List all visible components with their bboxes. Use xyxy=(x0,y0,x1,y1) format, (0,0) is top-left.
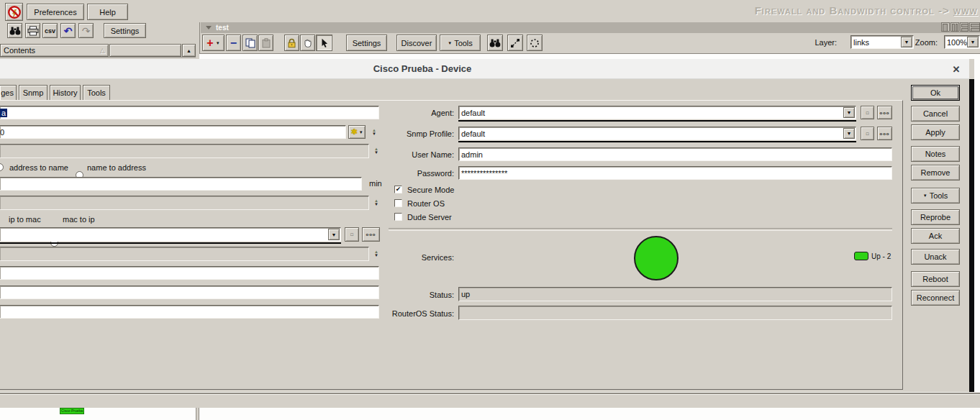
mac-browse-button[interactable]: ooo xyxy=(362,227,380,242)
dns-interval-input[interactable] xyxy=(0,177,362,191)
tab-tools[interactable]: Tools xyxy=(83,85,110,100)
undo-button[interactable]: ↶ xyxy=(60,23,76,38)
dialog-right-shadow xyxy=(969,79,974,392)
text-input-1[interactable] xyxy=(0,266,379,280)
tab-snmp[interactable]: Snmp xyxy=(19,85,47,100)
reconnect-button[interactable]: Reconnect xyxy=(911,290,960,306)
copy-icon xyxy=(245,38,255,48)
app-title-text: Firewall and Bandwidth control -> xyxy=(755,4,953,17)
snmp-pick-button[interactable]: □ xyxy=(861,127,874,140)
ack-button[interactable]: Ack xyxy=(911,228,960,244)
user-name-input[interactable]: admin xyxy=(458,147,892,161)
select-tool-button[interactable] xyxy=(316,35,332,51)
agent-label: Agent: xyxy=(346,109,454,117)
settings-button[interactable]: Settings xyxy=(104,23,146,38)
layout-horizontal-split-icon[interactable] xyxy=(960,22,968,32)
layout-vertical-split-icon[interactable] xyxy=(950,22,959,32)
contents-panel-bottom xyxy=(0,408,196,420)
help-button[interactable]: Help xyxy=(87,4,128,20)
notes-button[interactable]: Notes xyxy=(911,146,960,162)
mac-combo[interactable]: ▼ xyxy=(0,227,341,242)
zoom-select[interactable]: 100% ▼ xyxy=(944,35,980,49)
contents-column-header[interactable]: Contents △ xyxy=(0,44,109,57)
snmp-profile-combo[interactable]: default ▼ xyxy=(458,127,856,140)
routeros-status-label: RouterOS Status: xyxy=(346,309,454,318)
user-name-value: admin xyxy=(461,150,483,159)
redo-button[interactable]: ↷ xyxy=(78,23,94,38)
mac-pick-button[interactable]: □ xyxy=(345,227,359,242)
router-os-checkbox[interactable]: ✔ xyxy=(394,199,402,207)
snmp-dropdown-icon[interactable]: ▼ xyxy=(843,128,855,139)
discover-button[interactable]: Discover xyxy=(396,35,437,51)
dude-server-label[interactable]: Dude Server xyxy=(407,213,452,222)
map-settings-button[interactable]: Settings xyxy=(346,35,387,51)
pan-button[interactable] xyxy=(300,35,315,51)
readonly-field-2 xyxy=(0,196,369,210)
layout-horizontal-split2-icon[interactable] xyxy=(969,22,980,32)
agent-combo[interactable]: default ▼ xyxy=(458,106,856,119)
remove-element-button[interactable]: − xyxy=(226,35,241,51)
map-node-label[interactable]: Cisco Prueba xyxy=(60,408,84,414)
selected-text: a xyxy=(0,109,7,117)
print-button[interactable] xyxy=(25,23,40,38)
radio-address-to-name-label[interactable]: address to name xyxy=(9,163,68,172)
apply-label: Apply xyxy=(925,128,945,137)
password-input[interactable]: *************** xyxy=(458,166,892,180)
spinner-2[interactable]: ▲▼ xyxy=(371,196,382,210)
find-button[interactable] xyxy=(7,23,22,38)
dialog-close-button[interactable]: ✕ xyxy=(950,63,963,76)
empty-column-header[interactable] xyxy=(109,44,181,57)
layout-single-pane-icon[interactable] xyxy=(941,22,950,32)
export-csv-button[interactable]: csv xyxy=(42,23,58,38)
cancel-button[interactable]: Cancel xyxy=(911,106,960,122)
zoom-dropdown-icon[interactable]: ▼ xyxy=(967,37,979,47)
secure-mode-label[interactable]: Secure Mode xyxy=(407,186,454,194)
device-name-input[interactable]: a xyxy=(0,106,379,119)
map-tab-caret-icon[interactable] xyxy=(206,26,212,29)
text-input-2[interactable] xyxy=(0,286,379,299)
panel-divider[interactable] xyxy=(199,22,200,54)
ok-button[interactable]: Ok xyxy=(911,85,960,101)
lock-icon xyxy=(287,38,296,48)
binoculars-icon xyxy=(9,27,21,35)
copy-button[interactable] xyxy=(242,35,258,51)
preferences-button[interactable]: Preferences xyxy=(27,4,84,20)
map-tools-button[interactable]: ▼ Tools xyxy=(440,35,481,51)
agent-pick-button[interactable]: □ xyxy=(861,106,874,119)
remove-button[interactable]: Remove xyxy=(911,165,960,181)
radio-mac-to-ip-label[interactable]: mac to ip xyxy=(63,215,95,224)
boxes-icon: ooo xyxy=(366,232,376,237)
scroll-up-button[interactable]: ▲ xyxy=(182,44,196,57)
mac-combo-dropdown-icon[interactable]: ▼ xyxy=(328,229,340,240)
agent-dropdown-icon[interactable]: ▼ xyxy=(843,107,855,118)
reprobe-button[interactable]: Reprobe xyxy=(911,209,960,225)
text-input-3[interactable] xyxy=(0,305,379,319)
unack-label: Unack xyxy=(924,252,946,261)
agent-browse-button[interactable]: ooo xyxy=(877,106,892,119)
radio-ip-to-mac-label[interactable]: ip to mac xyxy=(9,215,41,224)
tools-button[interactable]: ▼ Tools xyxy=(911,188,960,204)
router-os-label[interactable]: Router OS xyxy=(407,199,445,208)
dude-server-checkbox[interactable]: ✔ xyxy=(394,213,402,221)
radio-name-to-address-label[interactable]: name to address xyxy=(87,163,146,172)
link-tool-button[interactable] xyxy=(507,35,523,51)
secure-mode-checkbox[interactable]: ✔ xyxy=(394,186,402,193)
tab-outages[interactable]: ges xyxy=(0,85,17,100)
services-pie-chart[interactable] xyxy=(634,236,679,280)
unack-button[interactable]: Unack xyxy=(911,249,960,265)
map-tab-strip[interactable]: test xyxy=(201,22,980,33)
add-element-button[interactable]: + ▼ xyxy=(202,35,224,51)
binoculars-icon xyxy=(489,39,501,47)
disconnect-button[interactable] xyxy=(5,3,23,21)
paste-button[interactable] xyxy=(258,35,273,51)
address-input[interactable]: 0 xyxy=(0,125,346,139)
apply-button[interactable]: Apply xyxy=(911,124,960,140)
reboot-label: Reboot xyxy=(922,275,948,283)
selection-ring-button[interactable] xyxy=(527,35,543,51)
map-tab-label[interactable]: test xyxy=(216,24,229,32)
lock-button[interactable] xyxy=(284,35,299,51)
snmp-browse-button[interactable]: ooo xyxy=(877,127,892,140)
tab-history[interactable]: History xyxy=(50,85,81,100)
map-find-button[interactable] xyxy=(487,35,503,51)
reboot-button[interactable]: Reboot xyxy=(911,271,960,287)
